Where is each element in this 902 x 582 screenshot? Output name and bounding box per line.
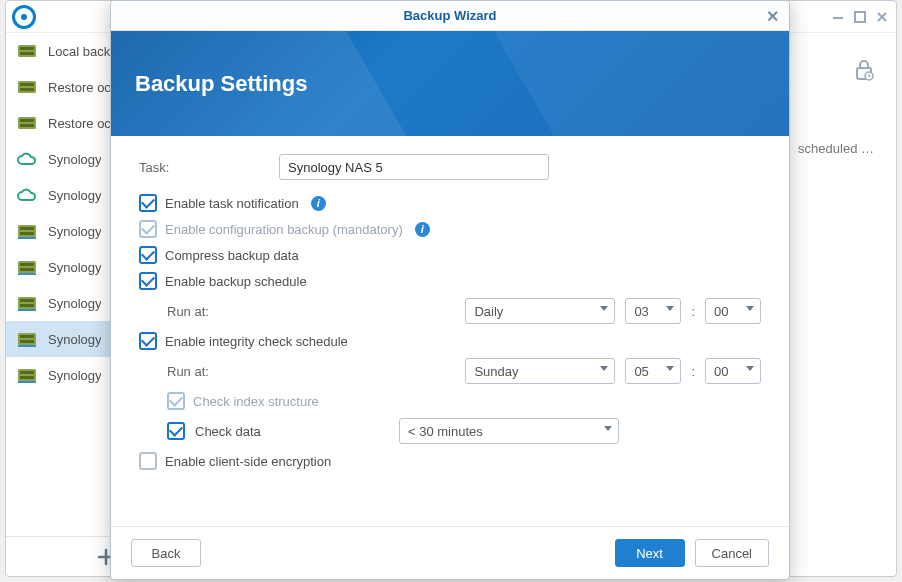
sidebar-item-label: Synology: [48, 332, 101, 347]
time-colon: :: [691, 304, 695, 319]
chevron-down-icon: [604, 426, 612, 431]
chevron-down-icon: [746, 366, 754, 371]
svg-rect-8: [20, 88, 34, 91]
svg-rect-16: [18, 261, 36, 273]
compress-checkbox[interactable]: [139, 246, 157, 264]
svg-rect-3: [18, 45, 36, 57]
server-icon: [16, 115, 38, 131]
svg-rect-13: [20, 227, 34, 230]
check-index-label: Check index structure: [193, 394, 319, 409]
enable-integrity-label: Enable integrity check schedule: [165, 334, 348, 349]
dialog-footer: Back Next Cancel: [111, 526, 789, 579]
svg-rect-24: [18, 333, 36, 345]
enable-backup-schedule-label: Enable backup schedule: [165, 274, 307, 289]
dialog-body: Task: Enable task notification i Enable …: [111, 136, 789, 526]
svg-rect-1: [833, 17, 843, 19]
integrity-minute-select[interactable]: 00: [705, 358, 761, 384]
dialog-titlebar: Backup Wizard ✕: [111, 1, 789, 31]
enable-backup-schedule-checkbox[interactable]: [139, 272, 157, 290]
integrity-hour-select[interactable]: 05: [625, 358, 681, 384]
dialog-close-icon[interactable]: ✕: [766, 7, 779, 26]
window-minimize-icon[interactable]: [832, 11, 844, 23]
info-icon[interactable]: i: [311, 196, 326, 211]
sidebar-item-label: Synology: [48, 260, 101, 275]
svg-rect-6: [18, 81, 36, 93]
server-icon: [16, 43, 38, 59]
svg-rect-21: [20, 299, 34, 302]
svg-rect-5: [20, 52, 34, 55]
lock-icon[interactable]: [854, 59, 874, 81]
enable-encryption-checkbox[interactable]: [139, 452, 157, 470]
svg-rect-2: [855, 12, 865, 22]
integrity-frequency-select[interactable]: Sunday: [465, 358, 615, 384]
check-data-checkbox[interactable]: [167, 422, 185, 440]
sidebar-item-label: Synology: [48, 152, 101, 167]
dialog-header-title: Backup Settings: [135, 71, 307, 97]
svg-point-0: [21, 14, 27, 20]
chevron-down-icon: [666, 366, 674, 371]
dialog-header: Backup Settings: [111, 31, 789, 136]
info-icon[interactable]: i: [415, 222, 430, 237]
svg-rect-29: [20, 371, 34, 374]
time-colon: :: [691, 364, 695, 379]
chevron-down-icon: [600, 306, 608, 311]
window-close-icon[interactable]: [876, 11, 888, 23]
task-name-input[interactable]: [279, 154, 549, 180]
chevron-down-icon: [746, 306, 754, 311]
svg-rect-22: [20, 304, 34, 307]
enable-notification-checkbox[interactable]: [139, 194, 157, 212]
window-maximize-icon[interactable]: [854, 11, 866, 23]
enable-config-backup-checkbox: [139, 220, 157, 238]
svg-rect-26: [20, 340, 34, 343]
chevron-down-icon: [600, 366, 608, 371]
sidebar-item-label: Synology: [48, 296, 101, 311]
check-index-checkbox: [167, 392, 185, 410]
svg-rect-10: [20, 119, 34, 122]
nas-icon: [16, 223, 38, 239]
cloud-icon: [16, 151, 38, 167]
nas-icon: [16, 367, 38, 383]
sidebar-item-label: Synology: [48, 188, 101, 203]
main-status-text: scheduled …: [798, 141, 874, 156]
enable-notification-label: Enable task notification: [165, 196, 299, 211]
svg-rect-30: [20, 376, 34, 379]
backup-run-at-label: Run at:: [167, 304, 257, 319]
svg-rect-25: [20, 335, 34, 338]
dialog-title: Backup Wizard: [403, 8, 496, 23]
svg-rect-15: [18, 237, 36, 239]
svg-rect-19: [18, 273, 36, 275]
check-data-label: Check data: [195, 424, 285, 439]
svg-rect-9: [18, 117, 36, 129]
svg-rect-18: [20, 268, 34, 271]
svg-rect-23: [18, 309, 36, 311]
compress-label: Compress backup data: [165, 248, 299, 263]
svg-rect-14: [20, 232, 34, 235]
task-label: Task:: [139, 160, 279, 175]
integrity-run-at-label: Run at:: [167, 364, 257, 379]
nas-icon: [16, 295, 38, 311]
enable-config-backup-label: Enable configuration backup (mandatory): [165, 222, 403, 237]
cloud-icon: [16, 187, 38, 203]
back-button[interactable]: Back: [131, 539, 201, 567]
svg-rect-31: [18, 381, 36, 383]
backup-frequency-select[interactable]: Daily: [465, 298, 615, 324]
svg-rect-20: [18, 297, 36, 309]
sidebar-item-label: Synology: [48, 224, 101, 239]
next-button[interactable]: Next: [615, 539, 685, 567]
server-icon: [16, 79, 38, 95]
svg-rect-17: [20, 263, 34, 266]
cancel-button[interactable]: Cancel: [695, 539, 769, 567]
nas-icon: [16, 259, 38, 275]
check-data-duration-select[interactable]: < 30 minutes: [399, 418, 619, 444]
svg-rect-12: [18, 225, 36, 237]
backup-hour-select[interactable]: 03: [625, 298, 681, 324]
svg-rect-4: [20, 47, 34, 50]
svg-rect-27: [18, 345, 36, 347]
svg-rect-7: [20, 83, 34, 86]
enable-integrity-checkbox[interactable]: [139, 332, 157, 350]
backup-minute-select[interactable]: 00: [705, 298, 761, 324]
enable-encryption-label: Enable client-side encryption: [165, 454, 331, 469]
sidebar-item-label: Synology: [48, 368, 101, 383]
backup-wizard-dialog: Backup Wizard ✕ Backup Settings Task: En…: [110, 0, 790, 580]
svg-rect-28: [18, 369, 36, 381]
